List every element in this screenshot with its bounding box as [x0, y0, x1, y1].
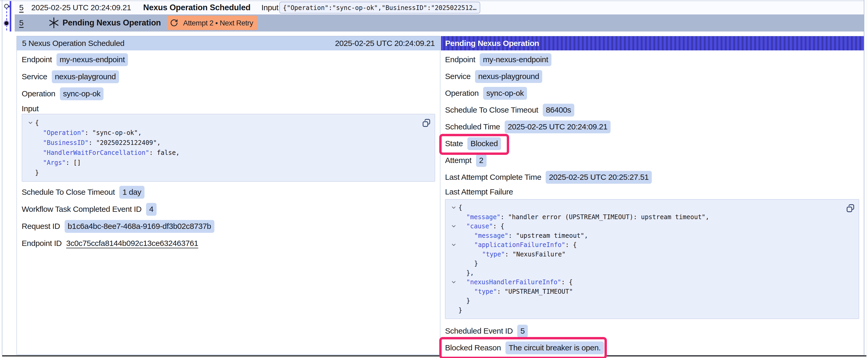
endpoint-value-badge: my-nexus-endpoint	[57, 53, 128, 66]
event-id-link[interactable]: 5	[19, 3, 24, 12]
chevron-down-icon[interactable]	[28, 120, 35, 126]
json-punct: }	[35, 169, 39, 176]
container-border-left	[2, 0, 2, 355]
pending-operation-header: Pending Nexus Operation	[441, 36, 864, 51]
service-value-badge: nexus-playground	[475, 70, 542, 83]
asterisk-icon	[50, 17, 58, 29]
input-label: Input	[22, 104, 39, 113]
json-value: false	[157, 149, 176, 156]
retry-icon	[170, 19, 178, 27]
input-code-line: "Args": []	[22, 158, 435, 168]
timeline-dotted-line	[6, 8, 7, 32]
service-value-badge: nexus-playground	[52, 70, 119, 83]
json-value: "NexusFailure"	[513, 251, 566, 258]
request-id-value-badge: b1c6a4bc-8ee7-468a-9169-df3b02c8737b	[65, 220, 214, 233]
retry-status-badge: Attempt 2 • Next Retry	[167, 16, 257, 30]
json-key: "message"	[474, 232, 508, 239]
endpoint-id-field-row: Endpoint ID3c0c75ccfa8144b092c13ce632463…	[22, 237, 435, 250]
json-value: []	[73, 159, 81, 166]
event-title: Nexus Operation Scheduled	[143, 3, 250, 12]
json-key: "message"	[466, 214, 500, 221]
endpoint-field-row: Endpointmy-nexus-endpoint	[445, 53, 859, 66]
container-border-bottom	[2, 355, 440, 355]
json-punct: {	[500, 223, 504, 230]
input-code-line: "Operation": "sync-op-ok",	[22, 128, 435, 138]
input-code-line: }	[22, 168, 435, 178]
last-attempt-complete-time-value-badge: 2025-02-25 UTC 20:25:27.51	[546, 171, 652, 184]
service-field-row: Servicenexus-playground	[22, 70, 435, 83]
last-attempt-failure-code-block: {"message": "handler error (UPSTREAM_TIM…	[445, 199, 859, 319]
copy-icon[interactable]	[422, 118, 431, 128]
json-key: "type"	[474, 288, 497, 295]
attempt-value-badge: 2	[476, 154, 487, 167]
endpoint-value-badge: my-nexus-endpoint	[480, 53, 551, 66]
json-punct: :	[493, 223, 500, 230]
event-detail-header-timestamp: 2025-02-25 UTC 20:24:09.21	[335, 39, 435, 48]
endpoint-field-row: Endpointmy-nexus-endpoint	[22, 53, 435, 66]
json-punct: ,	[176, 149, 180, 156]
json-value: "handler error (UPSTREAM_TIMEOUT): upstr…	[508, 214, 705, 221]
json-punct: }	[474, 260, 478, 267]
event-row-scheduled[interactable]: 5 2025-02-25 UTC 20:24:09.21 Nexus Opera…	[15, 1, 864, 14]
json-punct: ,	[584, 232, 588, 239]
schedule-to-close-timeout-field-row: Schedule To Close Timeout86400s	[445, 104, 859, 117]
json-key: "applicationFailureInfo"	[474, 241, 565, 249]
container-bottom-rule	[2, 355, 440, 356]
timeline-active-bar	[10, 1, 11, 32]
json-punct: :	[497, 288, 505, 295]
json-value: "sync-op-ok"	[92, 129, 138, 136]
endpoint-id-link[interactable]: 3c0c75ccfa8144b092c13ce632463761	[66, 239, 198, 248]
schedule-to-close-timeout-field-row: Schedule To Close Timeout1 day	[22, 186, 435, 199]
json-punct: {	[573, 241, 577, 249]
blocked-reason-field-row: Blocked ReasonThe circuit breaker is ope…	[445, 341, 859, 354]
container-bottom-rule	[605, 355, 866, 356]
last-attempt-failure-code-line: "message": "upstream timeout",	[445, 231, 859, 240]
input-code-line: "HandlerWaitForCancellation": false,	[22, 148, 435, 158]
state-value-badge: Blocked	[467, 137, 501, 150]
workflow-task-completed-event-id-value-badge: 4	[146, 203, 157, 216]
copy-icon[interactable]	[846, 204, 855, 213]
workflow-task-completed-event-id-label: Workflow Task Completed Event ID	[22, 205, 142, 214]
state-label: State	[445, 139, 463, 148]
json-punct: }	[459, 306, 462, 314]
json-punct: :	[66, 159, 73, 166]
chevron-down-icon[interactable]	[451, 242, 459, 248]
attempt-field-row: Attempt2	[445, 154, 859, 167]
json-punct: ,	[138, 129, 142, 136]
scheduled-event-id-label: Scheduled Event ID	[445, 326, 513, 335]
json-key: "type"	[482, 251, 505, 258]
attempt-label: Attempt	[445, 156, 471, 165]
retry-badge-label: Attempt 2 • Next Retry	[183, 19, 253, 27]
event-detail-panel: 5 Nexus Operation Scheduled 2025-02-25 U…	[17, 36, 440, 355]
event-input-label: Input	[261, 3, 278, 12]
schedule-to-close-timeout-value-badge: 1 day	[119, 186, 144, 199]
json-punct: :	[505, 251, 513, 258]
json-value: "UPSTREAM_TIMEOUT"	[505, 288, 573, 295]
json-punct: {	[569, 279, 572, 286]
json-punct: :	[89, 139, 96, 147]
container-border-bottom	[605, 355, 864, 355]
chevron-down-icon[interactable]	[451, 205, 459, 210]
chevron-down-icon[interactable]	[451, 279, 459, 285]
last-attempt-complete-time-label: Last Attempt Complete Time	[445, 173, 541, 182]
json-punct: ,	[705, 214, 709, 221]
state-field-row: StateBlocked	[445, 137, 859, 150]
scheduled-time-label: Scheduled Time	[445, 122, 500, 131]
event-row-pending[interactable]: 5 Pending Nexus Operation Attempt 2 • Ne…	[15, 14, 864, 32]
operation-field-row: Operationsync-op-ok	[445, 87, 859, 100]
last-attempt-failure-code-line: },	[445, 268, 859, 278]
event-input-preview-chip[interactable]: {"Operation":"sync-op-ok","BusinessID":"…	[279, 2, 480, 14]
json-key: "cause"	[466, 223, 493, 230]
json-key: "Args"	[43, 159, 66, 166]
chevron-down-icon[interactable]	[451, 223, 459, 229]
pending-title: Pending Nexus Operation	[63, 18, 161, 28]
json-key: "HandlerWaitForCancellation"	[43, 149, 150, 156]
workflow-task-completed-event-id-field-row: Workflow Task Completed Event ID4	[22, 203, 435, 216]
json-punct: }	[466, 297, 470, 304]
json-punct: :	[149, 149, 157, 156]
last-attempt-failure-code-line: "message": "handler error (UPSTREAM_TIME…	[445, 212, 859, 222]
pending-id-link[interactable]: 5	[19, 19, 24, 27]
last-attempt-failure-code-line: "type": "NexusFailure"	[445, 250, 859, 259]
schedule-to-close-timeout-label: Schedule To Close Timeout	[445, 105, 538, 115]
timeline-pending-dot-icon	[4, 21, 8, 25]
